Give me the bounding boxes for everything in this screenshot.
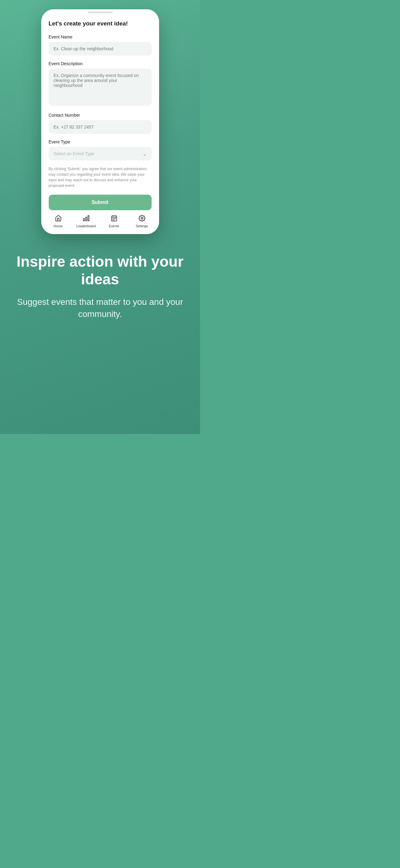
event-description-label: Event Description <box>49 61 152 66</box>
nav-settings-label: Settings <box>136 224 148 228</box>
svg-rect-2 <box>83 219 84 221</box>
phone-notch <box>88 11 112 13</box>
nav-leaderboard-label: Leaderboard <box>76 224 96 228</box>
marketing-subtext: Suggest events that matter to you and yo… <box>12 296 188 320</box>
event-name-input[interactable] <box>49 42 152 56</box>
nav-events-label: Events <box>109 224 120 228</box>
phone-top-bar <box>41 9 159 14</box>
nav-settings[interactable]: Settings <box>128 215 156 228</box>
leaderboard-icon <box>83 215 90 223</box>
svg-rect-0 <box>88 215 89 221</box>
events-icon <box>111 215 118 223</box>
svg-point-12 <box>141 217 143 219</box>
contact-number-input[interactable] <box>49 120 152 134</box>
submit-button[interactable]: Submit <box>49 195 152 210</box>
event-name-label: Event Name <box>49 34 152 39</box>
disclaimer-text: By clicking 'Submit,' you agree that our… <box>49 166 152 188</box>
bottom-nav: Home Leaderboard <box>41 210 159 234</box>
nav-home[interactable]: Home <box>44 215 72 228</box>
marketing-section: Inspire action with your ideas Suggest e… <box>0 234 200 345</box>
event-type-select[interactable]: Select an Event Type <box>49 147 152 160</box>
event-type-wrapper: Select an Event Type ⌄ <box>49 147 152 160</box>
svg-rect-1 <box>86 217 87 221</box>
home-icon <box>55 215 62 223</box>
event-description-input[interactable] <box>49 69 152 106</box>
form-title: Let's create your event idea! <box>49 20 152 28</box>
marketing-headline: Inspire action with your ideas <box>12 253 188 288</box>
nav-leaderboard[interactable]: Leaderboard <box>72 215 100 228</box>
settings-icon <box>139 215 145 223</box>
contact-number-label: Contact Number <box>49 113 152 118</box>
nav-events[interactable]: Events <box>100 215 128 228</box>
event-type-label: Event Type <box>49 140 152 144</box>
phone-content: Let's create your event idea! Event Name… <box>41 14 159 210</box>
phone-device: Let's create your event idea! Event Name… <box>41 9 159 234</box>
nav-home-label: Home <box>54 224 63 228</box>
